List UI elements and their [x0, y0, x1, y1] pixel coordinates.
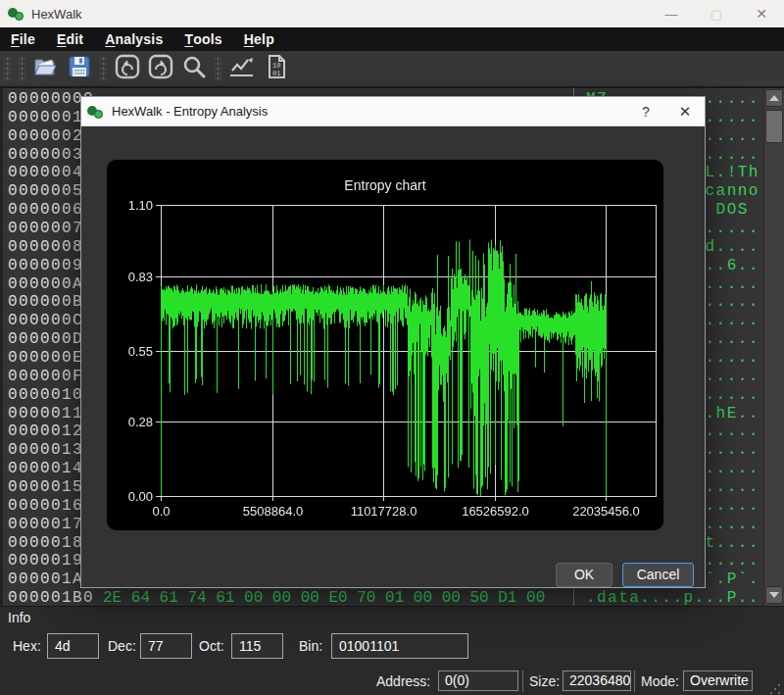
hex-field[interactable]: 4d	[47, 633, 99, 659]
toolbar-grip[interactable]	[100, 56, 107, 81]
info-panel-title: Info	[8, 610, 30, 625]
window-title: HexWalk	[31, 7, 82, 22]
menu-bar: FileEditAnalysisToolsHelp	[0, 27, 784, 51]
dec-field-label: Dec:	[108, 638, 136, 654]
save-file-button[interactable]	[65, 54, 94, 83]
maximize-button[interactable]: ▢	[694, 0, 739, 27]
menu-item-file[interactable]: File	[0, 27, 46, 51]
floppy-save-icon	[68, 55, 91, 82]
arrow-down-icon	[769, 592, 779, 598]
cancel-button[interactable]: Cancel	[622, 563, 694, 587]
open-file-button[interactable]	[31, 54, 61, 83]
vertical-scrollbar[interactable]	[763, 88, 784, 606]
scroll-up-button[interactable]	[765, 89, 783, 107]
close-button[interactable]: ✕	[739, 0, 784, 27]
svg-text:01: 01	[272, 70, 280, 77]
hexwalk-logo-icon	[87, 104, 105, 120]
dialog-titlebar[interactable]: HexWalk - Entropy Analysis ? ✕	[81, 97, 705, 126]
statusbar-separator	[634, 670, 635, 692]
scrollbar-thumb[interactable]	[765, 110, 783, 143]
size-label: Size:	[529, 673, 560, 689]
dialog-close-button[interactable]: ✕	[665, 97, 705, 126]
hex-address: 000001B0	[8, 589, 94, 606]
redo-button[interactable]	[146, 54, 175, 83]
svg-text:10: 10	[272, 62, 280, 70]
oct-field[interactable]: 115	[231, 633, 283, 659]
binary-analysis-button[interactable]: 10 01	[261, 54, 290, 83]
entropy-chart-button[interactable]	[227, 54, 257, 83]
search-button[interactable]	[179, 54, 209, 83]
hex-row[interactable]: 000001B02E 64 61 74 61 00 00 00 E0 70 01…	[3, 589, 784, 606]
arrow-up-icon	[769, 95, 779, 101]
ok-button[interactable]: OK	[556, 563, 612, 587]
undo-button[interactable]	[113, 54, 142, 83]
toolbar-grip[interactable]	[19, 56, 25, 81]
mode-label: Mode:	[641, 673, 679, 689]
address-value: 0(0)	[438, 670, 518, 691]
line-chart-icon	[228, 55, 256, 82]
undo-icon	[115, 54, 140, 83]
dialog-title: HexWalk - Entropy Analysis	[112, 104, 268, 119]
scroll-down-button[interactable]	[765, 586, 783, 604]
oct-field-label: Oct:	[199, 638, 224, 654]
search-icon	[181, 54, 207, 83]
info-panel: Info Hex: 4d Dec: 77 Oct: 115 Bin: 01001…	[0, 606, 784, 669]
entropy-chart-canvas	[107, 160, 663, 530]
toolbar-grip[interactable]	[4, 56, 11, 81]
open-folder-icon	[33, 55, 59, 82]
window-titlebar[interactable]: HexWalk — ▢ ✕	[0, 0, 784, 27]
redo-icon	[148, 54, 173, 83]
size-value: 22036480	[563, 670, 631, 691]
dialog-help-button[interactable]: ?	[626, 97, 665, 126]
hexwalk-window: HexWalk — ▢ ✕ FileEditAnalysisToolsHelp	[0, 0, 784, 695]
entropy-chart-panel	[107, 160, 663, 530]
entropy-analysis-dialog: HexWalk - Entropy Analysis ? ✕ OK Cancel	[80, 96, 706, 588]
statusbar-separator	[522, 670, 523, 692]
bin-field[interactable]: 01001101	[331, 633, 468, 659]
mode-value: Overwrite	[683, 670, 753, 691]
menu-item-edit[interactable]: Edit	[46, 27, 94, 51]
hex-field-label: Hex:	[13, 638, 41, 654]
bin-field-label: Bin:	[299, 638, 322, 654]
resize-grip-icon[interactable]	[770, 684, 780, 694]
toolbar: 10 01	[0, 51, 784, 88]
minimize-button[interactable]: —	[649, 0, 694, 27]
hex-bytes[interactable]: 2E 64 61 74 61 00 00 00 E0 70 01 00 00 5…	[103, 589, 545, 606]
hex-ascii[interactable]: .data....p...P..	[586, 589, 760, 606]
address-label: Address:	[376, 673, 430, 689]
hexwalk-logo-icon	[8, 6, 25, 22]
menu-item-analysis[interactable]: Analysis	[94, 27, 173, 51]
toolbar-grip[interactable]	[215, 56, 221, 81]
binary-file-icon: 10 01	[264, 54, 287, 83]
menu-item-tools[interactable]: Tools	[173, 27, 232, 51]
dec-field[interactable]: 77	[140, 633, 192, 659]
menu-item-help[interactable]: Help	[233, 27, 285, 51]
status-bar: Address: 0(0) Size: 22036480 Mode: Overw…	[0, 669, 784, 695]
